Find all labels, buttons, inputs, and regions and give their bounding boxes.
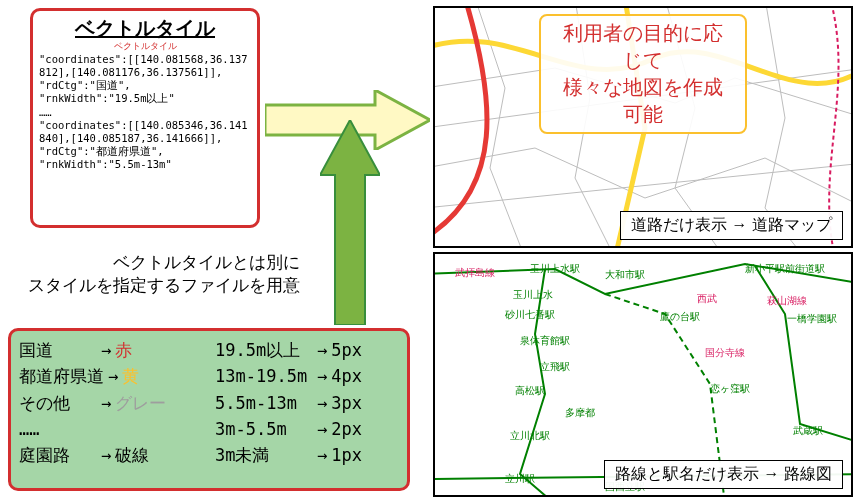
width-key: 3m未満 xyxy=(215,442,313,468)
station-label: 泉体育館駅 xyxy=(520,334,570,348)
arrow-icon: → xyxy=(108,363,118,389)
station-label: 大和市駅 xyxy=(605,268,645,282)
width-key: 13m-19.5m xyxy=(215,363,313,389)
station-label: 立飛駅 xyxy=(540,360,570,374)
style-note-text: ベクトルタイルとは別に スタイルを指定するファイルを用意 xyxy=(10,252,300,298)
station-label: 玉川上水駅 xyxy=(530,262,580,276)
arrow-up-icon xyxy=(320,120,380,325)
station-label: 玉川上水 xyxy=(513,288,553,302)
station-label: 恋ヶ窪駅 xyxy=(710,382,750,396)
station-label: 高松駅 xyxy=(515,384,545,398)
category-value: 黄 xyxy=(122,363,139,389)
category-key: 都道府県道 xyxy=(19,363,104,389)
width-rule-row: 3m-5.5m→2px xyxy=(215,416,399,442)
arrow-icon: → xyxy=(317,337,327,363)
map-headline: 利用者の目的に応じて 様々な地図を作成可能 xyxy=(539,14,747,134)
category-rule-row: 国道→赤 xyxy=(19,337,203,363)
svg-marker-1 xyxy=(320,120,380,325)
vector-tile-box: ベクトルタイル ベクトルタイル "coordinates":[[140.0815… xyxy=(30,8,260,228)
station-label: 立川北駅 xyxy=(510,429,550,443)
station-label: 萩山湖線 xyxy=(767,294,807,308)
arrow-icon: → xyxy=(101,337,111,363)
category-value: 破線 xyxy=(115,442,149,468)
width-value: 3px xyxy=(331,390,362,416)
category-rule-row: 庭園路→破線 xyxy=(19,442,203,468)
category-rule-row: …… xyxy=(19,416,203,442)
width-value: 1px xyxy=(331,442,362,468)
width-rule-row: 13m-19.5m→4px xyxy=(215,363,399,389)
width-rule-row: 3m未満→1px xyxy=(215,442,399,468)
arrow-icon: → xyxy=(317,390,327,416)
road-map-panel: 利用者の目的に応じて 様々な地図を作成可能 道路だけ表示 → 道路マップ xyxy=(433,6,853,248)
width-rule-row: 19.5m以上→5px xyxy=(215,337,399,363)
arrow-icon: → xyxy=(317,416,327,442)
style-rules-box: 国道→赤都道府県道→黄その他→グレー……庭園路→破線 19.5m以上→5px13… xyxy=(8,328,410,491)
category-key: その他 xyxy=(19,390,97,416)
station-label: 武拝島線 xyxy=(455,266,495,280)
arrow-right-icon xyxy=(265,90,430,150)
category-rule-row: 都道府県道→黄 xyxy=(19,363,203,389)
road-map-caption: 道路だけ表示 → 道路マップ xyxy=(620,211,843,240)
category-value: 赤 xyxy=(115,337,132,363)
width-rule-row: 5.5m-13m→3px xyxy=(215,390,399,416)
arrow-icon: → xyxy=(101,442,111,468)
station-label: 新小平駅前街道駅 xyxy=(745,262,825,276)
category-key: …… xyxy=(19,416,97,442)
station-label: 立川駅 xyxy=(505,472,535,486)
width-value: 5px xyxy=(331,337,362,363)
svg-marker-0 xyxy=(265,90,430,150)
arrow-icon: → xyxy=(317,442,327,468)
station-label: 一橋学園駅 xyxy=(787,312,837,326)
vector-tile-code: "coordinates":[[140.081568,36.137812],[1… xyxy=(39,53,251,171)
vector-tile-title: ベクトルタイル xyxy=(39,15,251,42)
station-label: 西武 xyxy=(697,292,717,306)
width-value: 4px xyxy=(331,363,362,389)
station-label: 武蔵駅 xyxy=(793,424,823,438)
station-label: 砂川七番駅 xyxy=(505,308,555,322)
station-label: 国分寺線 xyxy=(705,346,745,360)
style-categories-col: 国道→赤都道府県道→黄その他→グレー……庭園路→破線 xyxy=(19,337,203,482)
category-rule-row: その他→グレー xyxy=(19,390,203,416)
rail-map-panel: 武拝島線玉川上水駅大和市駅新小平駅前街道駅玉川上水砂川七番駅西武鷹の台駅萩山湖線… xyxy=(433,252,853,497)
category-key: 庭園路 xyxy=(19,442,97,468)
width-key: 19.5m以上 xyxy=(215,337,313,363)
width-key: 5.5m-13m xyxy=(215,390,313,416)
width-value: 2px xyxy=(331,416,362,442)
category-value: グレー xyxy=(115,390,166,416)
arrow-icon: → xyxy=(317,363,327,389)
rail-map-caption: 路線と駅名だけ表示 → 路線図 xyxy=(604,460,843,489)
arrow-icon: → xyxy=(101,390,111,416)
vector-tile-subtitle: ベクトルタイル xyxy=(39,40,251,53)
station-label: 鷹の台駅 xyxy=(660,310,700,324)
station-label: 多摩都 xyxy=(565,406,595,420)
category-key: 国道 xyxy=(19,337,97,363)
style-widths-col: 19.5m以上→5px13m-19.5m→4px5.5m-13m→3px3m-5… xyxy=(215,337,399,482)
width-key: 3m-5.5m xyxy=(215,416,313,442)
